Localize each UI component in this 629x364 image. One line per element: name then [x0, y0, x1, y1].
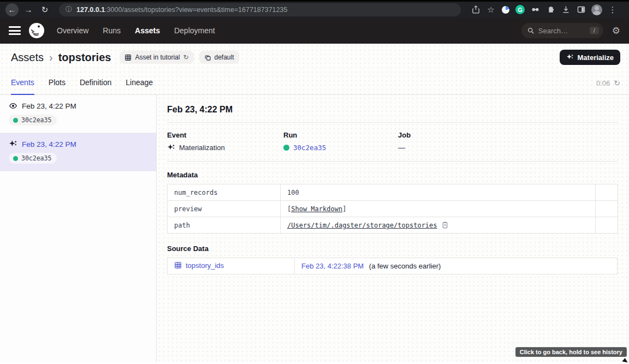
metadata-table: num_records 100 preview [Show Markdown] …	[167, 184, 618, 234]
browser-back-button[interactable]: ←	[5, 3, 19, 16]
back-button-history-tooltip: Click to go back, hold to see history	[515, 347, 627, 357]
source-timestamp-link[interactable]: Feb 23, 4:22:38 PM	[301, 262, 364, 270]
metadata-value: 100	[281, 184, 596, 201]
nav-item-assets[interactable]: Assets	[135, 26, 160, 35]
event-list-item-materialization[interactable]: Feb 23, 4:22 PM 30c2ea35	[0, 133, 156, 171]
metadata-key: num_records	[168, 184, 281, 201]
downloads-icon[interactable]	[561, 5, 571, 15]
metadata-key: preview	[168, 201, 281, 217]
divider	[167, 122, 618, 123]
sparkle-icon	[566, 53, 574, 61]
metadata-key: path	[168, 217, 281, 234]
asset-title: topstories	[58, 51, 111, 64]
nav-item-overview[interactable]: Overview	[57, 26, 88, 35]
divider	[167, 161, 618, 162]
show-markdown-link[interactable]: Show Markdown	[291, 205, 342, 213]
dagster-logo-icon[interactable]	[28, 22, 45, 39]
materialize-button-label: Materialize	[578, 53, 614, 62]
event-column: Event Materialization	[167, 131, 283, 152]
copy-clipboard-icon[interactable]	[441, 221, 449, 229]
tab-lineage[interactable]: Lineage	[126, 71, 153, 95]
tab-definition[interactable]: Definition	[80, 71, 111, 95]
bookmark-star-icon[interactable]: ☆	[486, 5, 496, 15]
nav-item-deployment[interactable]: Deployment	[174, 26, 215, 35]
path-link[interactable]: /Users/tim/.dagster/storage/topstories	[287, 222, 437, 229]
run-id-pill[interactable]: 30c2ea35	[9, 115, 57, 126]
auto-refresh-timer: 0:06 ↻	[596, 71, 620, 95]
tag-asset-in-tutorial[interactable]: Asset in tutorial ↻	[120, 51, 193, 64]
browser-menu-kebab-icon[interactable]: ⋮	[608, 5, 618, 15]
refresh-icon[interactable]: ↻	[614, 79, 620, 87]
extension-circle-icon[interactable]	[501, 5, 510, 14]
browser-forward-button[interactable]: →	[22, 3, 35, 16]
metadata-value: [Show Markdown]	[281, 201, 596, 217]
metadata-empty-cell	[596, 217, 618, 234]
browser-reload-button[interactable]: ↻	[38, 3, 51, 16]
breadcrumb: Assets › topstories	[11, 51, 111, 64]
materialize-button[interactable]: Materialize	[560, 50, 620, 65]
address-bar[interactable]: ⓘ 127.0.0.1:3000/assets/topstories?view=…	[59, 3, 461, 16]
metadata-empty-cell	[596, 201, 618, 217]
asset-tags: Asset in tutorial ↻ default	[120, 51, 239, 64]
run-column: Run 30c2ea35	[283, 131, 398, 152]
goggles-extension-icon[interactable]	[530, 5, 540, 15]
breadcrumb-chevron-icon: ›	[49, 51, 53, 64]
source-data-table: topstory_ids Feb 23, 4:22:38 PM (a few s…	[167, 258, 618, 275]
content-area: Feb 23, 4:22 PM 30c2ea35 Feb 23, 4:22 PM	[0, 95, 629, 362]
event-timestamp: Feb 23, 4:22 PM	[22, 102, 76, 110]
source-asset-link[interactable]: topstory_ids	[174, 261, 224, 270]
profile-avatar[interactable]	[591, 4, 602, 15]
sparkle-materialization-icon	[167, 144, 175, 152]
settings-gear-icon[interactable]: ⚙	[612, 25, 620, 37]
site-info-icon[interactable]: ⓘ	[66, 5, 72, 14]
sparkle-materialization-icon	[9, 140, 17, 148]
table-row: num_records 100	[168, 184, 618, 201]
browser-toolbar: ← → ↻ ⓘ 127.0.0.1:3000/assets/topstories…	[0, 0, 629, 17]
eye-observation-icon	[9, 102, 17, 110]
nav-item-runs[interactable]: Runs	[103, 26, 121, 35]
event-summary-row: Event Materialization Run 30c2ea35	[167, 131, 618, 152]
run-id-pill[interactable]: 30c2ea35	[9, 153, 57, 164]
search-input[interactable]: Search… /	[521, 23, 603, 38]
metadata-empty-cell	[596, 184, 618, 201]
share-icon[interactable]	[471, 5, 480, 15]
tab-events[interactable]: Events	[11, 71, 34, 95]
run-id: 30c2ea35	[21, 116, 51, 124]
run-status-dot	[283, 145, 289, 151]
breadcrumb-assets-link[interactable]: Assets	[11, 51, 44, 64]
event-label: Event	[167, 131, 283, 139]
source-time-cell: Feb 23, 4:22:38 PM (a few seconds earlie…	[295, 258, 618, 275]
table-row: path /Users/tim/.dagster/storage/topstor…	[168, 217, 618, 234]
tab-plots[interactable]: Plots	[49, 71, 66, 95]
grid-icon	[174, 261, 182, 269]
search-icon	[527, 27, 535, 34]
tag-asset-in-tutorial-label: Asset in tutorial	[135, 53, 180, 61]
asset-tabs: Events Plots Definition Lineage 0:06 ↻	[0, 71, 629, 95]
side-panel-icon[interactable]	[576, 5, 586, 15]
event-detail-title: Feb 23, 4:22 PM	[167, 105, 618, 115]
url-text: 127.0.0.1:3000/assets/topstories?view=ev…	[76, 6, 287, 14]
source-asset-name: topstory_ids	[186, 261, 224, 270]
extensions-puzzle-icon[interactable]	[545, 5, 555, 15]
url-path: :3000/assets/topstories?view=events&time…	[105, 6, 287, 14]
primary-nav: Overview Runs Assets Deployment	[57, 26, 215, 35]
run-label: Run	[283, 131, 398, 139]
event-list-item-observation[interactable]: Feb 23, 4:22 PM 30c2ea35	[0, 95, 156, 133]
table-row: topstory_ids Feb 23, 4:22:38 PM (a few s…	[168, 258, 618, 275]
hamburger-menu-icon[interactable]	[9, 26, 21, 35]
table-row: preview [Show Markdown]	[168, 201, 618, 217]
browser-actions: ☆ G ⋮	[471, 4, 618, 15]
screen: ← → ↻ ⓘ 127.0.0.1:3000/assets/topstories…	[0, 0, 629, 364]
run-status-dot	[13, 156, 18, 161]
run-id-link[interactable]: 30c2ea35	[293, 144, 326, 152]
stack-icon	[204, 54, 211, 61]
tag-default-group[interactable]: default	[199, 51, 239, 64]
job-empty-value: —	[398, 144, 405, 152]
tag-default-label: default	[215, 53, 234, 61]
navbar-right: Search… / ⚙	[521, 23, 620, 38]
tag-refresh-icon[interactable]: ↻	[183, 53, 188, 61]
grammarly-extension-icon[interactable]: G	[515, 5, 525, 14]
event-list-sidebar: Feb 23, 4:22 PM 30c2ea35 Feb 23, 4:22 PM	[0, 95, 157, 362]
page-background: Assets › topstories Asset in tutorial ↻ …	[0, 44, 629, 362]
run-status-dot	[13, 118, 18, 123]
